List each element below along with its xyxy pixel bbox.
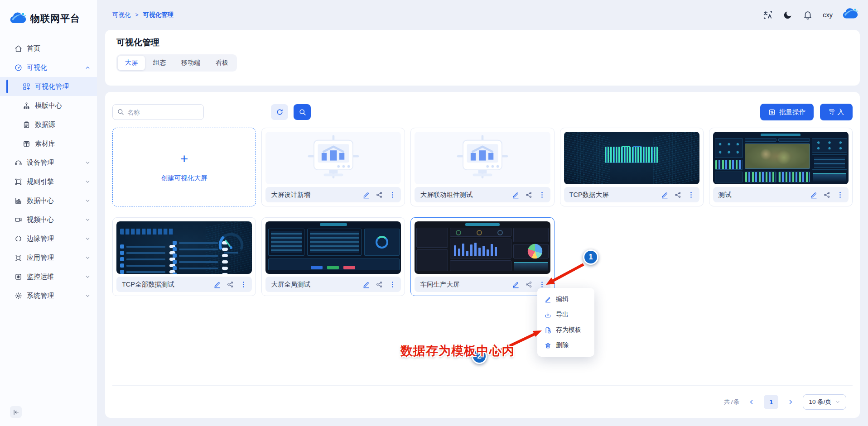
sidebar-item-visualization[interactable]: 可视化 [0,58,97,77]
sidebar-item-device-management[interactable]: 设备管理 [0,153,97,172]
edit-icon[interactable] [362,191,370,199]
sidebar-item-data-center[interactable]: 数据中心 [0,191,97,210]
sidebar-item-label: 监控运维 [27,273,80,281]
context-menu-edit[interactable]: 编辑 [537,292,594,307]
share-icon[interactable] [376,191,383,199]
tab-large-screen[interactable]: 大屏 [118,56,145,70]
share-icon[interactable] [376,281,383,288]
card-thumbnail-monitor-illustration [415,132,550,184]
more-actions-icon[interactable] [389,281,396,288]
share-icon[interactable] [823,191,831,199]
ops-icon [14,273,22,281]
app-icon [14,254,22,262]
search-submit-button[interactable] [294,104,311,120]
edit-icon[interactable] [213,281,221,288]
sidebar-item-edge-management[interactable]: 边缘管理 [0,229,97,248]
batch-operation-label: 批量操作 [779,108,805,116]
sidebar-item-visualization-management[interactable]: 可视化管理 [0,77,97,96]
dashboard-card-workshop[interactable]: 车间生产大屏 [410,217,554,296]
refresh-button[interactable] [271,104,288,120]
dashboard-card[interactable]: 大屏全局测试 [261,217,405,296]
sidebar-item-app-management[interactable]: 应用管理 [0,248,97,267]
sidebar-item-video-center[interactable]: 视频中心 [0,210,97,229]
pagination-total: 共7条 [724,398,740,406]
context-menu-export[interactable]: 导出 [537,307,594,322]
top-header: 可视化 > 可视化管理 cxy [97,0,868,30]
sidebar-item-label: 可视化管理 [35,82,91,91]
edit-icon[interactable] [661,191,669,199]
pagination: 共7条 1 10 条/页 [112,385,853,418]
app-title: 物联网平台 [30,12,80,25]
sidebar-item-rule-engine[interactable]: 规则引擎 [0,172,97,191]
sidebar-item-system-management[interactable]: 系统管理 [0,286,97,305]
page-number[interactable]: 1 [764,395,778,409]
dashboard-card-grid: + 创建可视化大屏 大屏设计新增 大屏联动组件测试 [112,128,853,296]
sidebar-item-label: 素材库 [35,139,91,148]
rule-icon [14,178,22,186]
search-input[interactable] [112,104,204,120]
share-icon[interactable] [674,191,682,199]
dashboard-card[interactable]: 测试 [709,128,853,206]
chevron-down-icon [85,217,91,223]
username[interactable]: cxy [823,11,833,19]
cloud-logo-icon [10,12,26,25]
edit-icon[interactable] [512,281,520,288]
next-page-button[interactable] [786,397,796,407]
more-actions-icon[interactable] [240,281,247,288]
share-icon[interactable] [525,191,533,199]
tab-mobile[interactable]: 移动端 [174,56,207,70]
sidebar-item-label: 应用管理 [27,254,80,262]
sidebar-item-home[interactable]: 首页 [0,39,97,58]
dashboard-card[interactable]: 大屏设计新增 [261,128,405,206]
dark-mode-moon-icon[interactable] [783,10,793,20]
edit-icon[interactable] [362,281,370,288]
import-button[interactable]: 导入 [820,104,853,120]
template-icon [23,102,30,110]
more-actions-icon-workshop[interactable] [538,281,546,288]
breadcrumb-visualization-management[interactable]: 可视化管理 [143,11,174,19]
more-actions-icon[interactable] [389,191,396,199]
edit-icon[interactable] [512,191,520,199]
sidebar-item-data-source[interactable]: 数据源 [0,115,97,134]
sidebar-item-material-library[interactable]: 素材库 [0,134,97,153]
avatar[interactable] [843,7,858,23]
context-menu-label: 删除 [556,341,569,349]
home-icon [14,45,22,53]
sidebar-item-template-center[interactable]: 模版中心 [0,96,97,115]
collapse-icon [13,409,19,416]
more-actions-icon[interactable] [836,191,844,199]
share-icon[interactable] [227,281,234,288]
language-switch-icon[interactable] [763,10,773,20]
tab-board[interactable]: 看板 [208,56,236,70]
more-actions-icon[interactable] [538,191,546,199]
context-menu-save-as-template[interactable]: 存为模板 [537,322,594,338]
sidebar: 物联网平台 首页 可视化 可视化管理 模版中心 数据源 素材库 [0,0,97,426]
context-menu-label: 编辑 [556,295,569,303]
previous-page-button[interactable] [747,397,757,407]
edit-icon[interactable] [810,191,818,199]
notification-bell-icon[interactable] [803,10,813,20]
more-actions-icon[interactable] [687,191,695,199]
toolbar: 批量操作 导入 [112,104,853,120]
tab-scada[interactable]: 组态 [146,56,173,70]
chevron-down-icon [835,399,840,405]
create-dashboard-card[interactable]: + 创建可视化大屏 [112,128,256,206]
card-name: 大屏设计新增 [271,191,362,199]
breadcrumb-visualization[interactable]: 可视化 [112,11,131,19]
share-icon[interactable] [525,281,533,288]
context-menu-delete[interactable]: 删除 [537,338,594,353]
card-thumbnail-dark-workshop-dashboard [415,221,550,274]
dashboard-card[interactable]: TCP数据大屏 [560,128,704,206]
sidebar-item-label: 边缘管理 [27,235,80,243]
sidebar-item-monitoring-ops[interactable]: 监控运维 [0,267,97,286]
import-label: 导入 [829,108,846,116]
page-size-select[interactable]: 10 条/页 [803,394,846,410]
batch-operation-button[interactable]: 批量操作 [760,104,814,120]
dashboard-card[interactable]: 大屏联动组件测试 [410,128,554,206]
search-icon [299,108,306,116]
collapse-sidebar-button[interactable] [10,406,22,418]
data-icon [14,197,22,205]
app-logo: 物联网平台 [0,0,97,34]
dashboard-card[interactable]: TCP全部数据测试 [112,217,256,296]
grid-icon [23,83,30,91]
